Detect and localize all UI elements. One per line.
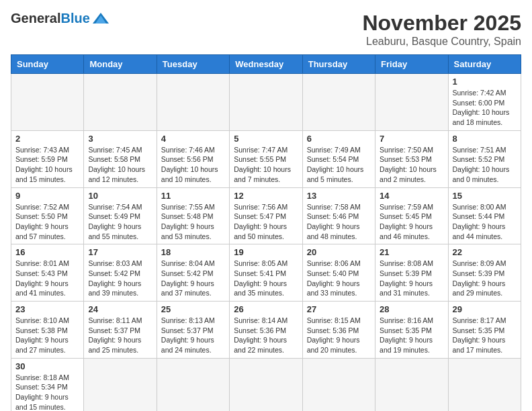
day-number: 23 xyxy=(15,304,79,314)
calendar-header-row: SundayMondayTuesdayWednesdayThursdayFrid… xyxy=(11,55,521,74)
calendar-cell: 24Sunrise: 8:11 AMSunset: 5:37 PMDayligh… xyxy=(84,302,157,359)
calendar-cell: 17Sunrise: 8:03 AMSunset: 5:42 PMDayligh… xyxy=(84,244,157,302)
day-number: 9 xyxy=(15,191,79,201)
day-number: 30 xyxy=(15,361,79,371)
calendar-cell xyxy=(11,74,84,131)
calendar-cell: 29Sunrise: 8:17 AMSunset: 5:35 PMDayligh… xyxy=(448,302,521,359)
day-number: 4 xyxy=(161,134,225,144)
day-number: 29 xyxy=(453,304,517,314)
day-number: 10 xyxy=(88,191,152,201)
calendar-cell xyxy=(84,358,157,411)
calendar-week-row: 9Sunrise: 7:52 AMSunset: 5:50 PMDaylight… xyxy=(11,187,521,244)
calendar-cell xyxy=(375,358,448,411)
calendar-cell: 12Sunrise: 7:56 AMSunset: 5:47 PMDayligh… xyxy=(230,187,302,244)
calendar-cell: 16Sunrise: 8:01 AMSunset: 5:43 PMDayligh… xyxy=(11,244,84,302)
calendar-cell: 13Sunrise: 7:58 AMSunset: 5:46 PMDayligh… xyxy=(302,187,375,244)
day-number: 7 xyxy=(380,134,443,144)
day-number: 2 xyxy=(15,134,79,144)
calendar-cell xyxy=(302,74,375,131)
day-info: Sunrise: 7:56 AMSunset: 5:47 PMDaylight:… xyxy=(234,202,298,242)
day-number: 3 xyxy=(88,134,152,144)
day-number: 18 xyxy=(161,247,225,257)
day-info: Sunrise: 8:04 AMSunset: 5:42 PMDaylight:… xyxy=(161,259,225,298)
logo: General Blue xyxy=(11,11,110,26)
calendar-cell: 20Sunrise: 8:06 AMSunset: 5:40 PMDayligh… xyxy=(302,244,375,302)
calendar-cell xyxy=(230,74,302,131)
calendar-cell: 6Sunrise: 7:49 AMSunset: 5:54 PMDaylight… xyxy=(302,130,375,187)
calendar-cell: 14Sunrise: 7:59 AMSunset: 5:45 PMDayligh… xyxy=(375,187,448,244)
day-number: 19 xyxy=(234,247,298,257)
calendar-cell xyxy=(448,358,521,411)
calendar-cell: 2Sunrise: 7:43 AMSunset: 5:59 PMDaylight… xyxy=(11,130,84,187)
title-section: November 2025 Leaburu, Basque Country, S… xyxy=(362,11,521,48)
day-info: Sunrise: 8:11 AMSunset: 5:37 PMDaylight:… xyxy=(88,316,152,355)
day-info: Sunrise: 7:42 AMSunset: 6:00 PMDaylight:… xyxy=(453,88,517,128)
day-number: 8 xyxy=(453,134,517,144)
page-header: General Blue November 2025 Leaburu, Basq… xyxy=(11,11,521,48)
day-info: Sunrise: 7:43 AMSunset: 5:59 PMDaylight:… xyxy=(15,145,79,185)
logo-icon xyxy=(91,11,110,26)
calendar-cell: 8Sunrise: 7:51 AMSunset: 5:52 PMDaylight… xyxy=(448,130,521,187)
calendar-header-wednesday: Wednesday xyxy=(230,55,302,74)
calendar-cell: 11Sunrise: 7:55 AMSunset: 5:48 PMDayligh… xyxy=(157,187,229,244)
day-info: Sunrise: 8:18 AMSunset: 5:34 PMDaylight:… xyxy=(15,373,79,411)
day-info: Sunrise: 8:00 AMSunset: 5:44 PMDaylight:… xyxy=(453,202,517,242)
day-info: Sunrise: 8:16 AMSunset: 5:35 PMDaylight:… xyxy=(380,316,443,355)
day-number: 21 xyxy=(380,247,443,257)
day-info: Sunrise: 8:17 AMSunset: 5:35 PMDaylight:… xyxy=(453,316,517,355)
calendar-week-row: 30Sunrise: 8:18 AMSunset: 5:34 PMDayligh… xyxy=(11,358,521,411)
day-number: 27 xyxy=(307,304,371,314)
logo-blue-text: Blue xyxy=(60,11,89,26)
calendar-cell: 10Sunrise: 7:54 AMSunset: 5:49 PMDayligh… xyxy=(84,187,157,244)
day-number: 20 xyxy=(307,247,371,257)
day-number: 14 xyxy=(380,191,443,201)
calendar-week-row: 16Sunrise: 8:01 AMSunset: 5:43 PMDayligh… xyxy=(11,244,521,302)
calendar-cell: 30Sunrise: 8:18 AMSunset: 5:34 PMDayligh… xyxy=(11,358,84,411)
logo-general-text: General xyxy=(11,11,60,26)
day-number: 11 xyxy=(161,191,225,201)
calendar-cell xyxy=(157,74,229,131)
calendar-cell: 22Sunrise: 8:09 AMSunset: 5:39 PMDayligh… xyxy=(448,244,521,302)
calendar-cell: 3Sunrise: 7:45 AMSunset: 5:58 PMDaylight… xyxy=(84,130,157,187)
day-info: Sunrise: 7:59 AMSunset: 5:45 PMDaylight:… xyxy=(380,202,443,242)
calendar-week-row: 2Sunrise: 7:43 AMSunset: 5:59 PMDaylight… xyxy=(11,130,521,187)
day-info: Sunrise: 7:54 AMSunset: 5:49 PMDaylight:… xyxy=(88,202,152,242)
calendar-cell xyxy=(157,358,229,411)
calendar-cell: 28Sunrise: 8:16 AMSunset: 5:35 PMDayligh… xyxy=(375,302,448,359)
day-number: 15 xyxy=(453,191,517,201)
month-title: November 2025 xyxy=(362,11,521,36)
calendar-week-row: 1Sunrise: 7:42 AMSunset: 6:00 PMDaylight… xyxy=(11,74,521,131)
calendar-cell: 15Sunrise: 8:00 AMSunset: 5:44 PMDayligh… xyxy=(448,187,521,244)
day-info: Sunrise: 8:10 AMSunset: 5:38 PMDaylight:… xyxy=(15,316,79,355)
calendar-cell xyxy=(84,74,157,131)
calendar-cell: 25Sunrise: 8:13 AMSunset: 5:37 PMDayligh… xyxy=(157,302,229,359)
calendar-cell: 23Sunrise: 8:10 AMSunset: 5:38 PMDayligh… xyxy=(11,302,84,359)
day-info: Sunrise: 8:15 AMSunset: 5:36 PMDaylight:… xyxy=(307,316,371,355)
calendar-cell: 27Sunrise: 8:15 AMSunset: 5:36 PMDayligh… xyxy=(302,302,375,359)
calendar-cell: 7Sunrise: 7:50 AMSunset: 5:53 PMDaylight… xyxy=(375,130,448,187)
day-number: 24 xyxy=(88,304,152,314)
calendar-header-monday: Monday xyxy=(84,55,157,74)
day-number: 22 xyxy=(453,247,517,257)
calendar-cell: 19Sunrise: 8:05 AMSunset: 5:41 PMDayligh… xyxy=(230,244,302,302)
day-info: Sunrise: 7:49 AMSunset: 5:54 PMDaylight:… xyxy=(307,145,371,185)
calendar-table: SundayMondayTuesdayWednesdayThursdayFrid… xyxy=(11,54,521,411)
day-number: 1 xyxy=(453,77,517,87)
day-info: Sunrise: 7:47 AMSunset: 5:55 PMDaylight:… xyxy=(234,145,298,185)
day-info: Sunrise: 8:13 AMSunset: 5:37 PMDaylight:… xyxy=(161,316,225,355)
day-info: Sunrise: 8:06 AMSunset: 5:40 PMDaylight:… xyxy=(307,259,371,298)
day-info: Sunrise: 8:14 AMSunset: 5:36 PMDaylight:… xyxy=(234,316,298,355)
location-title: Leaburu, Basque Country, Spain xyxy=(362,36,521,48)
day-info: Sunrise: 8:08 AMSunset: 5:39 PMDaylight:… xyxy=(380,259,443,298)
day-info: Sunrise: 7:58 AMSunset: 5:46 PMDaylight:… xyxy=(307,202,371,242)
day-info: Sunrise: 7:46 AMSunset: 5:56 PMDaylight:… xyxy=(161,145,225,185)
day-info: Sunrise: 7:51 AMSunset: 5:52 PMDaylight:… xyxy=(453,145,517,185)
day-info: Sunrise: 8:05 AMSunset: 5:41 PMDaylight:… xyxy=(234,259,298,298)
day-number: 5 xyxy=(234,134,298,144)
day-number: 16 xyxy=(15,247,79,257)
calendar-cell xyxy=(302,358,375,411)
day-info: Sunrise: 8:09 AMSunset: 5:39 PMDaylight:… xyxy=(453,259,517,298)
calendar-cell: 5Sunrise: 7:47 AMSunset: 5:55 PMDaylight… xyxy=(230,130,302,187)
calendar-header-saturday: Saturday xyxy=(448,55,521,74)
day-number: 13 xyxy=(307,191,371,201)
